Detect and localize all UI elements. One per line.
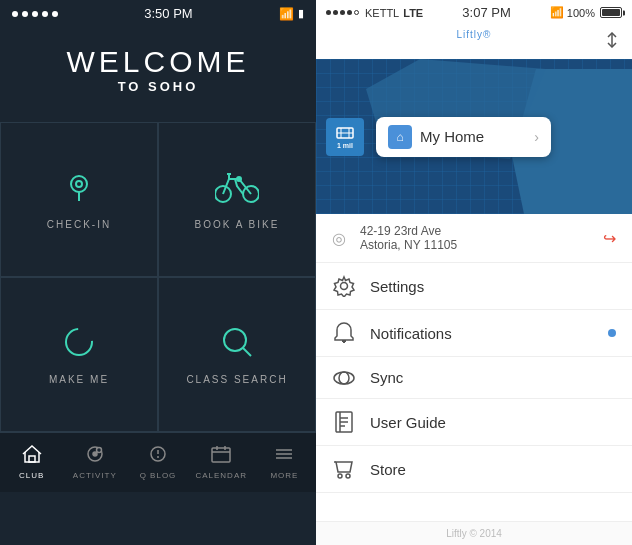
right-header: Liftly® [316, 24, 632, 59]
zoom-label: 1 mil [337, 142, 353, 149]
tab-calendar-label: CALENDAR [195, 471, 247, 480]
menu-item-notifications[interactable]: Notifications [316, 310, 632, 357]
class-search-label: CLASS SEARCH [186, 374, 287, 385]
qblog-tab-icon [148, 445, 168, 468]
svg-point-42 [346, 474, 350, 478]
navigate-icon[interactable]: ↪ [603, 229, 616, 248]
settings-icon [332, 275, 356, 297]
svg-point-7 [237, 177, 241, 181]
grid-item-book-bike[interactable]: BOOK A BIKE [158, 122, 316, 277]
store-label: Store [370, 461, 616, 478]
svg-point-30 [341, 283, 348, 290]
grid-item-make-me[interactable]: MAKE ME [0, 277, 158, 432]
carrier-info: KETTL LTE [326, 7, 423, 19]
tab-calendar[interactable]: CALENDAR [190, 445, 253, 480]
sig4 [347, 10, 352, 15]
book-bike-label: BOOK A BIKE [195, 219, 280, 230]
check-in-label: CHECK-IN [47, 219, 111, 230]
svg-point-14 [96, 448, 101, 453]
activity-tab-icon [85, 445, 105, 468]
bluetooth-icon: 📶 [550, 6, 564, 19]
address-line2: Astoria, NY 11105 [360, 238, 589, 252]
address-line1: 42-19 23rd Ave [360, 224, 589, 238]
tab-club[interactable]: CLUB [0, 445, 63, 480]
right-battery: 📶 100% [550, 6, 622, 19]
tab-activity[interactable]: ACTIVITY [63, 445, 126, 480]
signal-dots [12, 11, 58, 17]
grid-item-check-in[interactable]: CHECK-IN [0, 122, 158, 277]
left-status-bar: 3:50 PM 📶 ▮ [0, 0, 316, 27]
menu-item-user-guide[interactable]: User Guide [316, 399, 632, 446]
left-status-icons: 📶 ▮ [279, 7, 304, 21]
sort-icon[interactable] [604, 32, 620, 52]
battery-tip [623, 10, 625, 15]
right-status-bar: KETTL LTE 3:07 PM 📶 100% [316, 0, 632, 24]
menu-item-settings[interactable]: Settings [316, 263, 632, 310]
address-item: ◎ 42-19 23rd Ave Astoria, NY 11105 ↪ [316, 214, 632, 263]
left-time: 3:50 PM [144, 6, 192, 21]
search-icon [219, 324, 255, 364]
right-panel: KETTL LTE 3:07 PM 📶 100% Liftly® [316, 0, 632, 545]
battery-indicator [600, 7, 622, 18]
notification-badge [608, 329, 616, 337]
svg-line-10 [243, 348, 251, 356]
spinner-icon [61, 324, 97, 364]
menu-list: Settings Notifications Sync [316, 263, 632, 521]
svg-point-0 [71, 176, 87, 192]
location-icon: ◎ [332, 229, 346, 248]
svg-point-9 [224, 329, 246, 351]
dot5 [52, 11, 58, 17]
app-title: Liftly® [457, 28, 492, 51]
dot3 [32, 11, 38, 17]
svg-point-33 [334, 372, 354, 384]
home-tab-icon [22, 445, 42, 468]
dot2 [22, 11, 28, 17]
home-icon: ⌂ [388, 125, 412, 149]
sig3 [340, 10, 345, 15]
map-zoom-badge[interactable]: 1 mil [326, 118, 364, 156]
notifications-label: Notifications [370, 325, 594, 342]
svg-point-8 [66, 329, 92, 355]
network-type: LTE [403, 7, 423, 19]
calendar-tab-icon [211, 445, 231, 468]
chevron-right-icon: › [534, 129, 539, 145]
tab-qblog-label: Q BLOG [140, 471, 177, 480]
battery-pct: 100% [567, 7, 595, 19]
tab-more-label: MORE [270, 471, 298, 480]
app-title-dot: ® [483, 29, 491, 40]
svg-rect-11 [29, 456, 35, 462]
tab-more[interactable]: MORE [253, 445, 316, 480]
user-guide-label: User Guide [370, 414, 616, 431]
book-icon [332, 411, 356, 433]
wifi-icon: 📶 [279, 7, 294, 21]
svg-point-34 [339, 372, 349, 384]
signal-dots-right [326, 10, 359, 15]
my-home-bubble[interactable]: ⌂ My Home › [376, 117, 551, 157]
sync-icon [332, 370, 356, 386]
tab-activity-label: ACTIVITY [73, 471, 117, 480]
battery-fill [602, 9, 620, 16]
right-time: 3:07 PM [462, 5, 510, 20]
address-text: 42-19 23rd Ave Astoria, NY 11105 [360, 224, 589, 252]
left-tabbar: CLUB ACTIVITY Q BLOG [0, 432, 316, 492]
svg-point-13 [93, 452, 97, 456]
action-grid: CHECK-IN BOOK A BIKE [0, 122, 316, 432]
welcome-title: WELCOME [66, 45, 249, 79]
sig1 [326, 10, 331, 15]
app-title-text: Liftly [457, 29, 484, 40]
menu-item-store[interactable]: Store [316, 446, 632, 493]
tab-qblog[interactable]: Q BLOG [126, 445, 189, 480]
svg-rect-18 [212, 448, 230, 462]
carrier-name: KETTL [365, 7, 399, 19]
pin-icon [61, 169, 97, 209]
dot1 [12, 11, 18, 17]
grid-item-class-search[interactable]: CLASS SEARCH [158, 277, 316, 432]
dot4 [42, 11, 48, 17]
store-icon [332, 458, 356, 480]
menu-item-sync[interactable]: Sync [316, 357, 632, 399]
sig2 [333, 10, 338, 15]
welcome-sub: TO SOHO [118, 79, 199, 94]
right-footer: Liftly © 2014 [316, 521, 632, 545]
notification-icon [332, 322, 356, 344]
bike-icon [215, 169, 259, 209]
